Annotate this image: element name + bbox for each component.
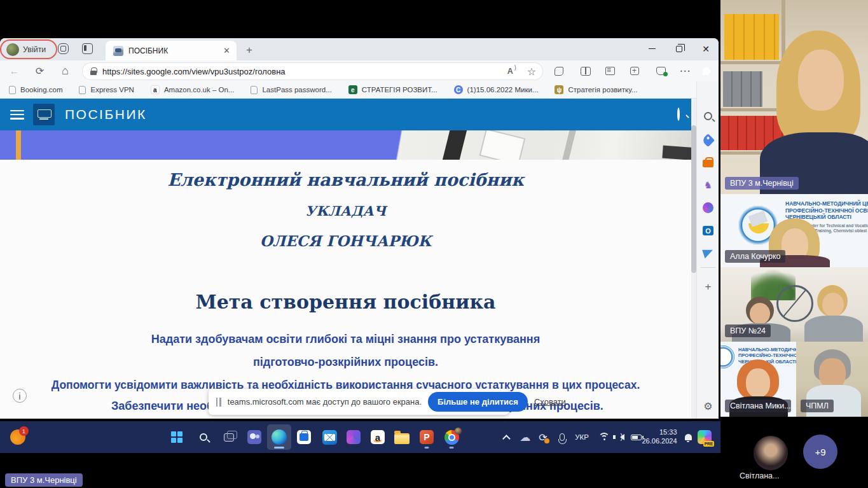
sync-icon[interactable]: ⟳ [535, 429, 551, 445]
minimize-button[interactable] [639, 38, 665, 59]
participant-tile-vpu3[interactable]: ВПУ 3 м.Чернівці [720, 0, 868, 194]
tab-close-icon[interactable]: ✕ [223, 46, 230, 55]
extensions-icon[interactable] [552, 64, 566, 78]
address-bar[interactable]: https://sites.google.com/view/vpu3ustpoz… [83, 63, 542, 80]
language-indicator[interactable]: УКР [571, 429, 593, 445]
hide-link[interactable]: Сховати [534, 397, 566, 407]
tray-expand-button[interactable] [500, 429, 515, 445]
excel-icon: e [348, 85, 357, 94]
page-scrollbar[interactable] [691, 99, 696, 419]
menu-icon[interactable] [10, 110, 24, 120]
participant-tile-vpu24[interactable]: ВПУ №24 [720, 267, 868, 342]
powerpoint-icon: P [420, 430, 434, 444]
clock[interactable]: 15:33 26.06.2024 [641, 429, 678, 445]
powerpoint-button[interactable]: P [419, 429, 434, 445]
scrollbar-thumb[interactable] [691, 125, 696, 273]
collections-icon[interactable] [603, 64, 617, 78]
read-aloud-icon[interactable]: A [507, 67, 513, 76]
page-icon [251, 86, 258, 94]
onedrive-icon[interactable]: ☁ [518, 429, 533, 445]
refresh-icon[interactable]: ⟳ [33, 64, 46, 78]
participant-tile-alla[interactable]: НАВЧАЛЬНО-МЕТОДИЧНИЙ ЦЕНТР ПРОФЕСІЙНО-ТЕ… [720, 194, 868, 267]
banner-accent-bar [16, 130, 21, 160]
browser-window: Увійти ПОСІБНИК ✕ + ✕ ← ⟳ ⌂ https://site… [0, 38, 719, 419]
body-line-1: Надати здобувачам освіти глибокі та міцн… [0, 333, 691, 346]
participant-tile-svitlana-myky[interactable]: НАВЧАЛЬНО-МЕТОДИЧНИЙ ЦЕНТР ПРОФЕСІЙНО-ТЕ… [720, 342, 796, 417]
browser-essentials-icon[interactable] [654, 64, 668, 78]
body-line-4-left: Забезпечити необх [111, 400, 220, 413]
sidebar-outlook-icon[interactable]: O [701, 224, 715, 237]
teams-button[interactable] [247, 429, 262, 445]
widgets-button[interactable]: 1 [10, 429, 25, 445]
site-search-icon[interactable] [677, 109, 680, 120]
file-explorer-button[interactable] [394, 429, 410, 445]
amazon-button[interactable]: a [370, 429, 385, 445]
tray-date: 26.06.2024 [642, 437, 677, 445]
workspaces-icon[interactable] [58, 43, 71, 56]
body-line-2: підготовчо-розкрійних процесів. [0, 356, 691, 369]
bookmark-lastpass[interactable]: LastPass password... [251, 86, 331, 94]
new-tab-button[interactable]: + [243, 44, 256, 57]
split-screen-icon[interactable] [579, 64, 593, 78]
browser-tab-strip: Увійти ПОСІБНИК ✕ + ✕ [0, 38, 719, 60]
google-sites-page: ПОСІБНИК Електронний навчальний посібник… [0, 99, 696, 419]
tab-posibnyk[interactable]: ПОСІБНИК ✕ [106, 41, 237, 60]
bookmark-amazon[interactable]: aAmazon.co.uk – On... [151, 85, 235, 94]
trident-icon: ψ [555, 85, 563, 94]
participant-tile-chpml[interactable]: ЧПМЛ [796, 342, 868, 417]
vertical-tabs-icon[interactable] [82, 43, 95, 56]
tab-groups-icon[interactable] [628, 64, 642, 78]
overflow-count-badge[interactable]: +9 [803, 435, 837, 469]
doc-subtitle-ukladach: УКЛАДАЧ [0, 203, 691, 219]
page-icon [9, 86, 16, 94]
copilot-icon[interactable] [699, 64, 713, 78]
sidebar-drop-icon[interactable] [701, 246, 715, 259]
edge-icon [272, 429, 287, 445]
screen-share-notification: teams.microsoft.com має доступ до вашого… [209, 389, 509, 415]
mail-icon [322, 430, 337, 445]
more-icon[interactable]: ⋯ [678, 64, 692, 78]
restore-button[interactable] [666, 38, 692, 59]
tray-time: 15:33 [659, 428, 677, 436]
back-icon[interactable]: ← [8, 64, 21, 78]
close-button[interactable]: ✕ [693, 38, 719, 59]
notifications-bell-icon[interactable] [680, 429, 696, 445]
microphone-tray-icon[interactable] [555, 429, 570, 445]
bookmark-strategy-doc[interactable]: eСТРАТЕГІЯ РОЗВИТ... [348, 85, 437, 94]
page-icon [79, 86, 86, 94]
taskbar-search-button[interactable] [196, 429, 211, 445]
edge-button[interactable] [272, 429, 287, 445]
sidebar-games-icon[interactable]: ♞ [701, 178, 715, 192]
mail-button[interactable] [322, 429, 337, 445]
stop-sharing-button[interactable]: Більше не ділитися [428, 392, 528, 412]
sidebar-settings-icon[interactable]: ⚙ [701, 400, 715, 413]
chevron-up-icon [502, 435, 511, 443]
start-button[interactable] [169, 429, 184, 445]
bookmark-expressvpn[interactable]: Express VPN [79, 86, 134, 94]
bookmarks-bar: Booking.com Express VPN aAmazon.co.uk – … [0, 81, 696, 99]
site-info-icon[interactable]: i [13, 389, 27, 403]
chrome-button[interactable] [444, 429, 459, 445]
volume-icon[interactable] [614, 429, 630, 445]
task-view-button[interactable] [221, 429, 237, 445]
site-logo[interactable] [33, 104, 55, 125]
copilot-preview-button[interactable]: PRE [697, 429, 712, 445]
m365-button[interactable] [346, 429, 361, 445]
store-button[interactable] [296, 429, 312, 445]
participant-tile-overflow[interactable]: Світлана... +9 [720, 417, 868, 488]
bookmark-myky-doc[interactable]: C(1)15.06.2022 Мики... [454, 85, 539, 94]
bookmark-strategy2[interactable]: ψСтратегія розвитку... [555, 85, 637, 94]
sidebar-m365-icon[interactable] [701, 201, 715, 214]
sidebar-tools-icon[interactable] [701, 157, 715, 170]
wifi-icon[interactable] [596, 429, 612, 445]
favorite-star-icon[interactable]: ☆ [527, 66, 536, 78]
bookmark-booking[interactable]: Booking.com [9, 86, 62, 94]
sidebar-search-icon[interactable] [701, 109, 715, 123]
browser-profile-button[interactable]: Увійти [4, 41, 52, 58]
sidebar-add-icon[interactable]: + [701, 280, 715, 293]
participant-avatar [754, 436, 788, 470]
sidebar-shopping-icon[interactable] [701, 134, 715, 147]
page-banner [0, 130, 691, 160]
url-text[interactable]: https://sites.google.com/view/vpu3ustpoz… [102, 67, 507, 76]
home-icon[interactable]: ⌂ [59, 64, 72, 78]
